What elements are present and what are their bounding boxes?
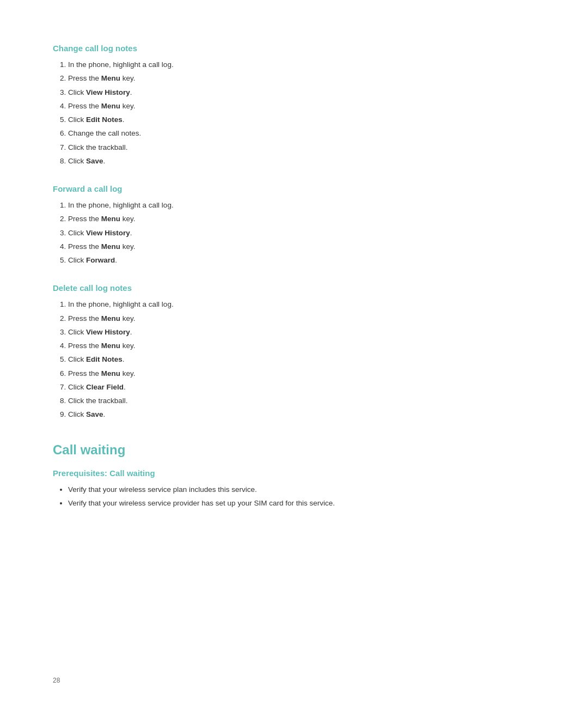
delete-call-log-notes-section: Delete call log notes In the phone, high… [53, 283, 437, 420]
list-item: Click View History. [68, 87, 437, 98]
list-item: Press the Menu key. [68, 368, 437, 379]
list-item: Press the Menu key. [68, 313, 437, 324]
change-call-log-notes-title: Change call log notes [53, 44, 437, 53]
call-waiting-section: Call waiting Prerequisites: Call waiting… [53, 442, 437, 509]
list-item: Click View History. [68, 228, 437, 239]
list-item: Click View History. [68, 327, 437, 338]
page-number: 28 [53, 677, 60, 684]
list-item: Press the Menu key. [68, 101, 437, 112]
list-item: Press the Menu key. [68, 214, 437, 224]
change-call-log-notes-section: Change call log notes In the phone, high… [53, 44, 437, 167]
prerequisites-title: Prerequisites: Call waiting [53, 468, 437, 478]
list-item: In the phone, highlight a call log. [68, 59, 437, 70]
call-waiting-title: Call waiting [53, 442, 437, 458]
forward-call-log-section: Forward a call log In the phone, highlig… [53, 184, 437, 266]
list-item: Change the call notes. [68, 128, 437, 139]
list-item: Click the trackball. [68, 395, 437, 406]
list-item: Click Edit Notes. [68, 354, 437, 365]
prerequisites-section: Prerequisites: Call waiting Verify that … [53, 468, 437, 509]
list-item: Click Clear Field. [68, 382, 437, 393]
list-item: Click the trackball. [68, 142, 437, 153]
list-item: Press the Menu key. [68, 241, 437, 252]
list-item: In the phone, highlight a call log. [68, 200, 437, 211]
forward-call-log-title: Forward a call log [53, 184, 437, 193]
list-item: Click Save. [68, 409, 437, 420]
list-item: Click Forward. [68, 255, 437, 266]
list-item: Click Edit Notes. [68, 114, 437, 125]
list-item: Click Save. [68, 156, 437, 167]
list-item: Press the Menu key. [68, 340, 437, 351]
forward-call-log-list: In the phone, highlight a call log. Pres… [53, 200, 437, 266]
list-item: Verify that your wireless service provid… [68, 498, 437, 509]
delete-call-log-notes-title: Delete call log notes [53, 283, 437, 293]
list-item: In the phone, highlight a call log. [68, 299, 437, 310]
list-item: Verify that your wireless service plan i… [68, 484, 437, 495]
delete-call-log-notes-list: In the phone, highlight a call log. Pres… [53, 299, 437, 420]
change-call-log-notes-list: In the phone, highlight a call log. Pres… [53, 59, 437, 167]
list-item: Press the Menu key. [68, 73, 437, 84]
prerequisites-list: Verify that your wireless service plan i… [53, 484, 437, 509]
